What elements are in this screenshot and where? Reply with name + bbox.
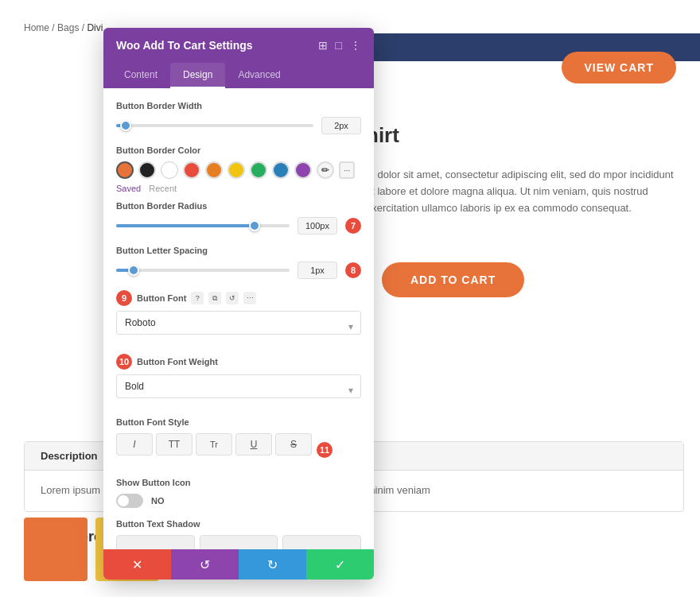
view-cart-button[interactable]: VIEW CART [562, 52, 676, 83]
border-radius-slider-row: 100px 7 [116, 217, 361, 235]
panel-title: Woo Add To Cart Settings [116, 39, 253, 52]
panel-tabs: Content Design Advanced [103, 63, 374, 88]
step-badge-7: 7 [345, 218, 361, 234]
shadow-options: ⊘ aA aA aA aA aA [116, 535, 361, 549]
save-button[interactable]: ✓ [306, 549, 374, 580]
tab-design[interactable]: Design [170, 63, 225, 88]
border-radius-slider[interactable] [116, 224, 290, 227]
step-badge-8: 8 [345, 262, 361, 278]
font-style-underline[interactable]: U [235, 433, 272, 456]
show-icon-toggle[interactable] [116, 494, 143, 508]
font-style-strikethrough[interactable]: S [275, 433, 312, 456]
border-width-value: 2px [321, 117, 361, 134]
redo-button[interactable]: ↻ [239, 549, 306, 580]
panel-grid-icon[interactable]: ⊞ [318, 39, 328, 52]
font-weight-label: Button Font Weight [137, 357, 218, 366]
shadow-option-2[interactable]: aA [282, 535, 361, 549]
border-radius-fill [116, 224, 255, 227]
toggle-row: NO [116, 494, 361, 508]
reset-button[interactable]: ↺ [171, 549, 239, 580]
product-description: m dolor sit amet, consectetur adipiscing… [366, 167, 684, 216]
color-swatches: ✏ ··· [116, 161, 361, 179]
letter-spacing-thumb[interactable] [128, 265, 139, 276]
tab-content[interactable]: Content [111, 63, 170, 88]
color-picker-area: ✏ ··· Saved Recent [116, 161, 361, 193]
border-color-label: Button Border Color [116, 145, 361, 155]
swatch-red[interactable] [183, 161, 200, 179]
panel-more-icon[interactable]: ⋮ [350, 39, 361, 52]
show-icon-label: Show Button Icon [116, 478, 361, 487]
swatch-green[interactable] [250, 161, 267, 179]
step-badge-10: 10 [116, 354, 132, 370]
swatch-darkorange[interactable] [205, 161, 223, 179]
add-to-cart-button[interactable]: ADD TO CART [382, 262, 524, 297]
font-select[interactable]: Roboto Open Sans Arial [116, 311, 361, 335]
font-copy-icon[interactable]: ⧉ [208, 292, 221, 304]
letter-spacing-label: Button Letter Spacing [116, 246, 361, 255]
swatch-orange[interactable] [116, 161, 134, 179]
font-weight-select[interactable]: Bold Normal Light [116, 374, 361, 398]
font-label: Button Font [137, 293, 186, 303]
border-radius-value: 100px [298, 217, 337, 235]
panel-body: Button Border Width 2px Button Border Co… [103, 88, 374, 549]
swatch-black[interactable] [138, 161, 156, 179]
toggle-value: NO [151, 496, 165, 506]
font-reset-icon[interactable]: ↺ [226, 292, 239, 304]
swatch-purple[interactable] [294, 161, 312, 179]
font-style-italic[interactable]: I [116, 433, 153, 456]
font-weight-label-row: 10 Button Font Weight [116, 354, 361, 370]
border-radius-label: Button Border Radius [116, 201, 361, 211]
font-style-tt[interactable]: TT [156, 433, 192, 456]
border-radius-thumb[interactable] [249, 220, 260, 231]
font-more-icon[interactable]: ⋯ [243, 292, 256, 304]
panel-window-icon[interactable]: □ [336, 39, 342, 52]
font-style-buttons: I TT Tr U S [116, 433, 312, 456]
swatch-blue[interactable] [272, 161, 290, 179]
view-cart-area: VIEW CART [562, 52, 676, 83]
settings-panel: Woo Add To Cart Settings ⊞ □ ⋮ Content D… [103, 28, 374, 580]
cancel-button[interactable]: ✕ [103, 549, 171, 580]
border-width-thumb[interactable] [120, 120, 131, 131]
font-label-row: 9 Button Font ? ⧉ ↺ ⋯ [116, 290, 361, 306]
toggle-thumb [118, 495, 129, 506]
font-style-label: Button Font Style [116, 417, 361, 427]
panel-footer: ✕ ↺ ↻ ✓ [103, 549, 374, 580]
step-badge-9: 9 [116, 290, 132, 306]
tab-advanced[interactable]: Advanced [225, 63, 293, 88]
saved-link[interactable]: Saved [116, 184, 141, 193]
font-weight-select-wrapper: Bold Normal Light [116, 374, 361, 406]
swatch-yellow[interactable] [228, 161, 245, 179]
font-style-tr[interactable]: Tr [196, 433, 232, 456]
swatch-more[interactable]: ··· [339, 161, 355, 179]
panel-header: Woo Add To Cart Settings ⊞ □ ⋮ [103, 28, 374, 63]
color-saved-row: Saved Recent [116, 184, 361, 193]
step-badge-11: 11 [317, 442, 332, 458]
swatch-custom[interactable]: ✏ [317, 161, 334, 179]
letter-spacing-value: 1px [298, 262, 337, 279]
letter-spacing-slider[interactable] [116, 269, 290, 272]
border-width-label: Button Border Width [116, 101, 361, 110]
font-select-wrapper: Roboto Open Sans Arial [116, 311, 361, 343]
shadow-none[interactable]: ⊘ [116, 535, 195, 549]
border-width-slider-row: 2px [116, 117, 361, 134]
breadcrumb: Home / Bags / Divi... [24, 22, 111, 33]
swatch-white[interactable] [161, 161, 178, 179]
border-width-slider[interactable] [116, 124, 313, 127]
panel-header-icons: ⊞ □ ⋮ [318, 39, 361, 52]
product-thumb-1 [24, 518, 88, 581]
font-help-icon[interactable]: ? [191, 292, 204, 304]
text-shadow-label: Button Text Shadow [116, 519, 361, 529]
shadow-option-1[interactable]: aA [200, 535, 278, 549]
recent-link[interactable]: Recent [149, 184, 177, 193]
letter-spacing-slider-row: 1px 8 [116, 262, 361, 279]
